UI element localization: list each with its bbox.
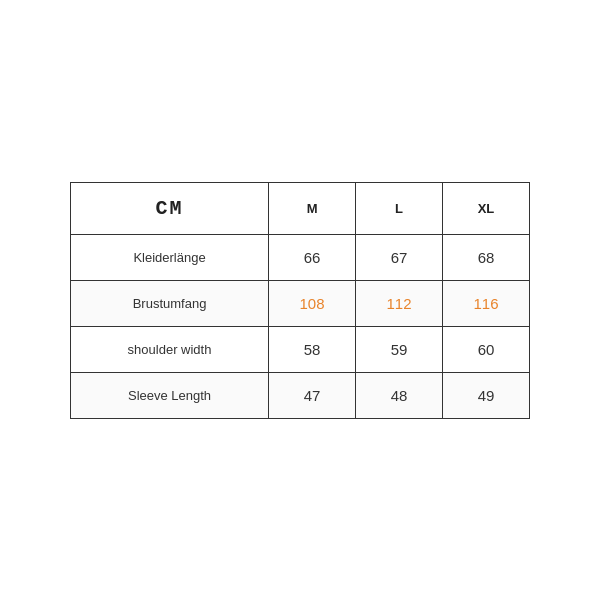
row-value: 66	[269, 234, 356, 280]
table-row: Brustumfang108112116	[71, 280, 530, 326]
row-value: 47	[269, 372, 356, 418]
row-value: 48	[356, 372, 443, 418]
table-row: shoulder width585960	[71, 326, 530, 372]
row-label: shoulder width	[71, 326, 269, 372]
size-chart-container: CM M L XL Kleiderlänge666768Brustumfang1…	[70, 182, 530, 419]
row-value: 60	[443, 326, 530, 372]
unit-header: CM	[71, 182, 269, 234]
row-value: 108	[269, 280, 356, 326]
row-value: 68	[443, 234, 530, 280]
row-value: 112	[356, 280, 443, 326]
row-label: Brustumfang	[71, 280, 269, 326]
row-value: 67	[356, 234, 443, 280]
size-l-header: L	[356, 182, 443, 234]
table-row: Kleiderlänge666768	[71, 234, 530, 280]
row-value: 59	[356, 326, 443, 372]
row-value: 58	[269, 326, 356, 372]
size-chart-table: CM M L XL Kleiderlänge666768Brustumfang1…	[70, 182, 530, 419]
row-label: Sleeve Length	[71, 372, 269, 418]
table-header-row: CM M L XL	[71, 182, 530, 234]
size-m-header: M	[269, 182, 356, 234]
size-xl-header: XL	[443, 182, 530, 234]
row-value: 49	[443, 372, 530, 418]
row-value: 116	[443, 280, 530, 326]
table-row: Sleeve Length474849	[71, 372, 530, 418]
row-label: Kleiderlänge	[71, 234, 269, 280]
